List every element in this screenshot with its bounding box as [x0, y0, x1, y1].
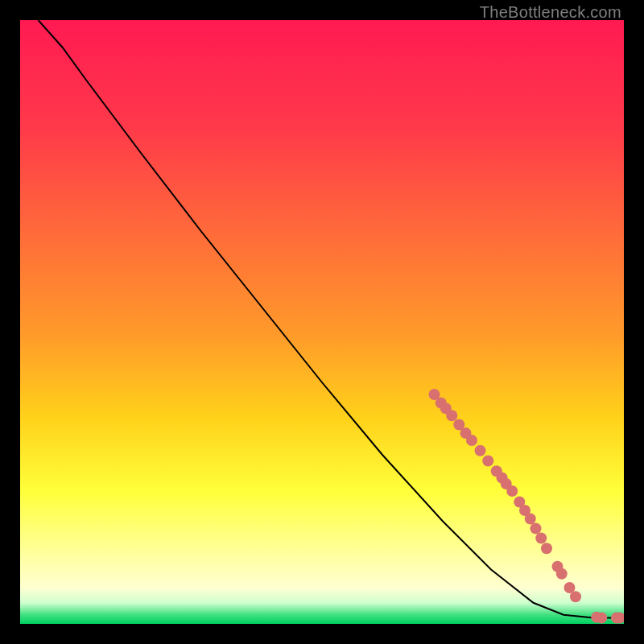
chart-marker: [506, 485, 518, 497]
watermark-text: TheBottleneck.com: [480, 3, 621, 22]
chart-frame: [20, 20, 624, 624]
chart-marker: [446, 410, 457, 421]
chart-marker: [570, 591, 581, 602]
chart-marker: [535, 533, 547, 544]
chart-marker: [596, 613, 607, 624]
chart-marker: [475, 445, 486, 456]
chart-marker: [541, 543, 552, 554]
chart-marker: [466, 435, 477, 446]
chart-marker: [556, 568, 568, 580]
chart-marker: [525, 514, 536, 525]
chart-marker: [530, 523, 542, 535]
chart-svg: [20, 20, 624, 624]
chart-marker: [482, 456, 493, 467]
